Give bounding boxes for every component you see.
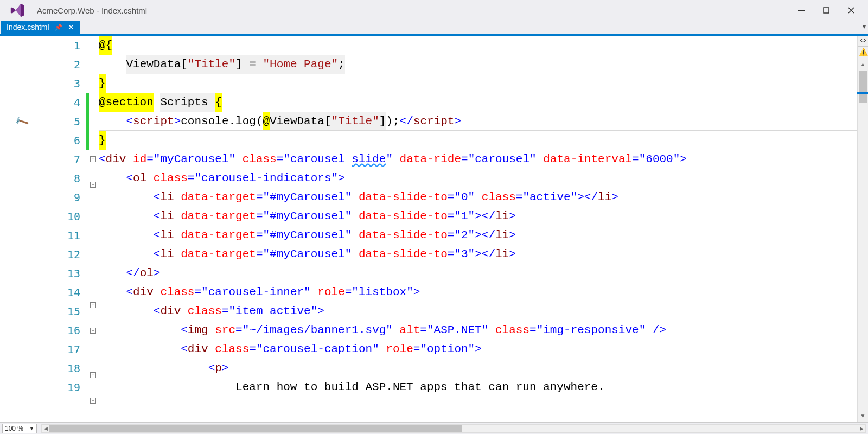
line-number-gutter: 12345678910111213141516171819 (43, 36, 86, 422)
zoom-value: 100 % (5, 425, 23, 432)
code-line[interactable]: <div id="myCarousel" class="carousel sli… (99, 150, 857, 169)
code-line[interactable]: <img src="~/images/banner1.svg" alt="ASP… (99, 321, 857, 340)
hscroll-thumb[interactable] (49, 425, 462, 432)
line-number: 13 (67, 267, 80, 280)
tab-well: Index.cshtml 📌 ✕ ▾ (0, 21, 868, 36)
code-line[interactable]: </ol> (99, 264, 857, 283)
line-number: 2 (74, 58, 80, 71)
status-bar: 100 % ▼ ◀ ▶ (0, 422, 868, 434)
scroll-marker (857, 92, 868, 94)
line-number: 4 (74, 96, 80, 109)
window-title: AcmeCorp.Web - Index.cshtml (37, 6, 147, 15)
code-editor[interactable]: 🔨 12345678910111213141516171819 −−−−−− @… (0, 36, 868, 422)
pin-icon[interactable]: 📌 (55, 24, 62, 31)
scroll-up-arrow-icon[interactable]: ▲ (858, 60, 868, 69)
line-number: 7 (74, 153, 80, 166)
line-number: 8 (74, 172, 80, 185)
outline-column[interactable]: −−−−−− (89, 36, 99, 422)
fold-toggle-icon[interactable]: − (90, 302, 96, 308)
scroll-thumb[interactable] (859, 71, 867, 103)
scroll-down-arrow-icon[interactable]: ▼ (858, 411, 868, 421)
maximize-button[interactable] (814, 2, 839, 18)
code-line[interactable]: <script>console.log(@ViewData["Title"]);… (99, 112, 857, 131)
code-line[interactable]: <div class="carousel-caption" role="opti… (99, 340, 857, 359)
fold-toggle-icon[interactable]: − (90, 372, 96, 378)
code-line[interactable]: <li data-target="#myCarousel" data-slide… (99, 245, 857, 264)
minimize-button[interactable] (789, 2, 814, 18)
code-line[interactable]: } (99, 131, 857, 150)
line-number: 17 (67, 343, 80, 356)
code-line[interactable]: <li data-target="#myCarousel" data-slide… (99, 207, 857, 226)
line-number: 1 (74, 39, 80, 52)
code-area[interactable]: @{ ViewData["Title"] = "Home Page";}@sec… (99, 36, 857, 422)
code-line[interactable]: ViewData["Title"] = "Home Page"; (99, 55, 857, 74)
chevron-down-icon: ▼ (29, 426, 34, 431)
line-number: 11 (67, 229, 80, 242)
line-number: 5 (74, 115, 80, 128)
svg-rect-0 (798, 10, 805, 11)
title-bar: AcmeCorp.Web - Index.cshtml (0, 0, 868, 21)
fold-toggle-icon[interactable]: − (90, 328, 96, 334)
code-line[interactable]: <li data-target="#myCarousel" data-slide… (99, 226, 857, 245)
glyph-margin: 🔨 (0, 36, 43, 422)
tab-dropdown-icon[interactable]: ▾ (863, 23, 866, 30)
fold-toggle-icon[interactable]: − (90, 156, 96, 162)
tab-indexcshtml[interactable]: Index.cshtml 📌 ✕ (1, 21, 80, 34)
svg-rect-1 (824, 8, 829, 13)
close-tab-icon[interactable]: ✕ (68, 23, 74, 31)
scroll-right-arrow-icon[interactable]: ▶ (858, 425, 865, 432)
line-number: 9 (74, 191, 80, 204)
line-number: 18 (67, 362, 80, 375)
code-line[interactable]: <li data-target="#myCarousel" data-slide… (99, 188, 857, 207)
fold-toggle-icon[interactable]: − (90, 398, 96, 404)
line-number: 6 (74, 134, 80, 147)
horizontal-scrollbar[interactable]: ◀ ▶ (41, 424, 866, 433)
build-glyph-icon: 🔨 (14, 113, 30, 129)
code-line[interactable]: @{ (99, 36, 857, 55)
code-line[interactable]: <ol class="carousel-indicators"> (99, 169, 857, 188)
code-line[interactable]: <div class="item active"> (99, 302, 857, 321)
warning-icon: ⚠️ (859, 48, 868, 56)
code-line[interactable]: } (99, 74, 857, 93)
line-number: 10 (67, 210, 80, 223)
tab-label: Index.cshtml (7, 23, 49, 31)
vertical-scrollbar[interactable]: ⇔ ⚠️ ▲ ▼ (857, 36, 868, 422)
code-line[interactable]: @section Scripts { (99, 93, 857, 112)
line-number: 15 (67, 305, 80, 318)
line-number: 12 (67, 248, 80, 261)
code-line[interactable]: Learn how to build ASP.NET apps that can… (99, 378, 857, 397)
vs-logo-icon (4, 2, 30, 19)
line-number: 16 (67, 324, 80, 337)
close-button[interactable] (839, 2, 864, 18)
fold-toggle-icon[interactable]: − (90, 182, 96, 188)
zoom-dropdown[interactable]: 100 % ▼ (2, 424, 37, 433)
code-line[interactable]: <div class="carousel-inner" role="listbo… (99, 283, 857, 302)
line-number: 14 (67, 286, 80, 299)
line-number: 3 (74, 77, 80, 90)
code-line[interactable]: <p> (99, 359, 857, 378)
split-icon[interactable]: ⇔ (858, 36, 868, 47)
scroll-left-arrow-icon[interactable]: ◀ (42, 425, 49, 432)
line-number: 19 (67, 381, 80, 394)
